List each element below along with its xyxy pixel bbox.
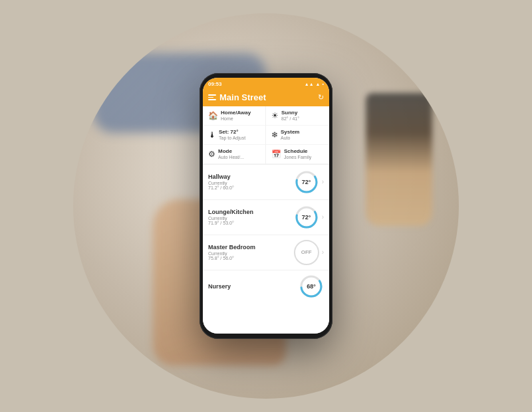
- setpoint-value: Tap to Adjust: [219, 136, 245, 141]
- zone-temp-lounge: 72°: [294, 205, 319, 230]
- zone-temp-label-nursery: 68°: [307, 283, 316, 290]
- menu-icon[interactable]: [208, 94, 216, 100]
- sun-icon: ☀: [271, 111, 279, 120]
- status-bar: 09:53 ▲▲ ▲ ▪: [203, 78, 329, 90]
- zone-name-nursery: Nursery: [208, 283, 296, 290]
- info-cell-system[interactable]: ❄ System Auto: [266, 126, 329, 145]
- chevron-right-lounge: ›: [322, 213, 324, 221]
- zone-sub-lounge: Currently71.9° / 53.0°: [208, 216, 291, 225]
- zone-list: Hallway Currently71.2° / 60.0° 72° ›: [203, 165, 329, 302]
- zone-name-hallway: Hallway: [208, 173, 291, 180]
- zone-row-master[interactable]: Master Bedroom Currently75.8° / 56.0° OF…: [203, 235, 329, 270]
- header-title: Main Street: [219, 92, 266, 102]
- zone-temp-hallway: 72°: [294, 169, 319, 195]
- zone-name-lounge: Lounge/Kitchen: [208, 209, 291, 215]
- calendar-icon: 📅: [271, 150, 281, 159]
- zone-temp-nursery: 68°: [299, 274, 324, 299]
- zone-off-label-master: OFF: [301, 249, 312, 255]
- app-content: 🏠 Home/Away Home ☀ Sunny 82° / 41°: [203, 106, 329, 334]
- mode-value: Auto Heat/...: [218, 155, 244, 160]
- schedule-label: Schedule: [284, 148, 311, 155]
- info-cell-home[interactable]: 🏠 Home/Away Home: [203, 106, 266, 126]
- mode-label: Mode: [218, 148, 244, 155]
- info-grid: 🏠 Home/Away Home ☀ Sunny 82° / 41°: [203, 106, 329, 165]
- zone-off-master: OFF: [294, 240, 319, 265]
- info-cell-weather[interactable]: ☀ Sunny 82° / 41°: [266, 106, 329, 126]
- zone-sub-hallway: Currently71.2° / 60.0°: [208, 181, 291, 190]
- home-label: Home/Away: [221, 110, 251, 116]
- info-cell-setpoint[interactable]: 🌡 Set: 72° Tap to Adjust: [203, 126, 266, 145]
- thermometer-icon: 🌡: [208, 130, 216, 140]
- zone-temp-label-hallway: 72°: [302, 179, 311, 185]
- weather-label: Sunny: [281, 110, 299, 116]
- signal-icon: ▲▲: [305, 82, 314, 86]
- chevron-right-master: ›: [322, 249, 324, 256]
- home-icon: 🏠: [208, 111, 218, 120]
- home-value: Home: [221, 116, 251, 122]
- mode-icon: ⚙: [208, 150, 215, 159]
- info-cell-mode[interactable]: ⚙ Mode Auto Heat/...: [203, 145, 266, 164]
- wifi-icon: ▲: [316, 82, 321, 86]
- zone-row-hallway[interactable]: Hallway Currently71.2° / 60.0° 72° ›: [203, 165, 329, 200]
- system-icon: ❄: [271, 130, 278, 140]
- status-icons: ▲▲ ▲ ▪: [305, 82, 324, 86]
- bg-cup-blur: [366, 93, 432, 226]
- zone-row-lounge[interactable]: Lounge/Kitchen Currently71.9° / 53.0° 72…: [203, 200, 329, 235]
- phone-screen: 09:53 ▲▲ ▲ ▪ Main Street ↻: [203, 78, 329, 334]
- header-left: Main Street: [208, 92, 266, 102]
- info-cell-schedule[interactable]: 📅 Schedule Jones Family: [266, 145, 329, 164]
- zone-temp-label-lounge: 72°: [302, 214, 311, 221]
- weather-value: 82° / 41°: [281, 116, 299, 122]
- refresh-icon[interactable]: ↻: [318, 93, 324, 102]
- schedule-value: Jones Family: [284, 155, 311, 160]
- system-value: Auto: [281, 136, 299, 141]
- scene-circle: 09:53 ▲▲ ▲ ▪ Main Street ↻: [73, 13, 459, 399]
- zone-name-master: Master Bedroom: [208, 244, 291, 251]
- zone-sub-master: Currently75.8° / 56.0°: [208, 251, 291, 260]
- status-time: 09:53: [208, 81, 221, 87]
- setpoint-label: Set: 72°: [219, 129, 245, 136]
- phone: 09:53 ▲▲ ▲ ▪ Main Street ↻: [200, 73, 332, 339]
- system-label: System: [281, 129, 299, 136]
- app-header: Main Street ↻: [203, 90, 329, 106]
- battery-icon: ▪: [323, 82, 324, 86]
- chevron-right-hallway: ›: [322, 178, 324, 185]
- zone-row-nursery[interactable]: Nursery 68°: [203, 270, 329, 302]
